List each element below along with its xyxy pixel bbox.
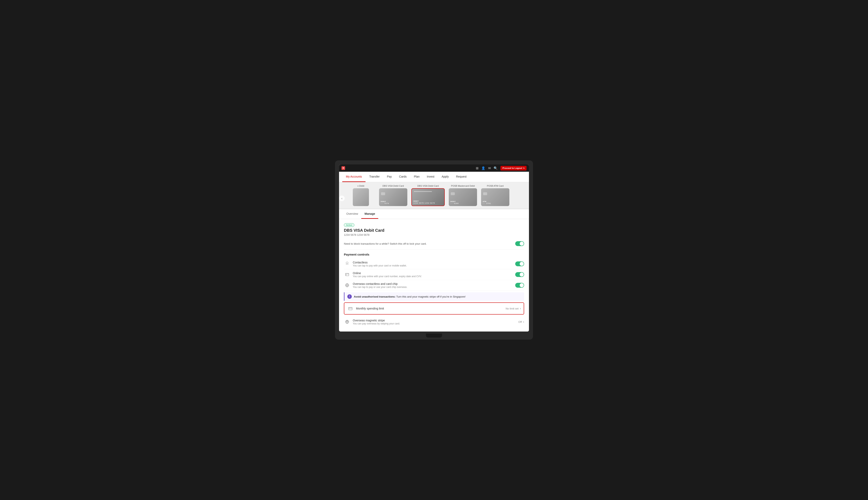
card-label-7074: DBS VISA Debit Card	[382, 185, 405, 187]
nav-item-request[interactable]: Request	[453, 172, 470, 182]
card-detail-title: DBS VISA Debit Card	[344, 228, 524, 233]
status-badge: Active	[344, 223, 354, 227]
card-number-9280: ···· 9280	[450, 202, 476, 204]
online-toggle[interactable]	[515, 272, 524, 277]
limit-name: Monthly spending limit	[356, 307, 384, 310]
overseas-stripe-left: Overseas magnetic stripe You can pay ove…	[344, 319, 400, 325]
limit-icon	[347, 305, 354, 312]
contactless-info: Contactless You can tap to pay with your…	[353, 261, 407, 267]
tab-overview[interactable]: Overview	[343, 209, 361, 219]
contactless-left: Contactless You can tap to pay with your…	[344, 261, 407, 267]
overseas-contactless-icon	[344, 282, 350, 288]
card-visual-7074[interactable]: DEBIT ···· 7074	[379, 188, 407, 206]
laptop-screen: ✕ ⊞ 👤 ✉ 🔍 Proceed to Logout ↪ My Account…	[339, 164, 529, 331]
card-number-3781: ···· 3781	[483, 202, 508, 204]
main-content: Active DBS VISA Debit Card 1234 5678 123…	[339, 219, 529, 331]
card-type-9280: DEBIT	[450, 201, 476, 202]
overseas-contactless-desc: You can tap to pay or use your card chip…	[353, 286, 407, 288]
laptop-frame: ✕ ⊞ 👤 ✉ 🔍 Proceed to Logout ↪ My Account…	[335, 160, 533, 340]
online-name: Online	[353, 272, 422, 275]
network-icon[interactable]: ⊞	[476, 166, 478, 170]
lock-row: Need to block transactions for a while? …	[344, 240, 524, 250]
online-icon	[344, 271, 350, 278]
card-chip-3781	[483, 192, 487, 195]
card-label-3781: POSB ATM Card	[486, 185, 504, 187]
limit-chevron-icon: ›	[520, 307, 521, 310]
online-info: Online You can pay online with your card…	[353, 272, 422, 278]
overseas-contactless-left: Overseas contactless and card chip You c…	[344, 282, 407, 288]
overseas-stripe-desc: You can pay overseas by swiping your car…	[353, 322, 400, 325]
overseas-stripe-icon	[344, 319, 350, 325]
nav-item-plan[interactable]: Plan	[410, 172, 423, 182]
carousel-prev-button[interactable]: ‹	[339, 195, 345, 201]
lock-toggle[interactable]	[515, 241, 524, 246]
overseas-stripe-chevron-icon: ›	[523, 320, 524, 323]
nav-bar: My Accounts Transfer Pay Cards Plan Inve…	[339, 172, 529, 182]
nav-item-apply[interactable]: Apply	[438, 172, 453, 182]
close-button[interactable]: ✕	[341, 166, 345, 170]
payment-controls-title: Payment controls	[344, 253, 524, 256]
overseas-contactless-toggle[interactable]	[515, 283, 524, 288]
svg-rect-1	[345, 273, 349, 276]
card-label-active: DBS VISA Debit Card	[416, 185, 439, 187]
contactless-desc: You can tap to pay with your card or mob…	[353, 264, 407, 267]
card-type-7074: DEBIT	[381, 201, 406, 202]
contactless-toggle[interactable]	[515, 261, 524, 266]
user-icon[interactable]: 👤	[481, 166, 485, 170]
close-icon: ✕	[342, 167, 344, 170]
laptop-notch	[426, 333, 442, 338]
online-row: Online You can pay online with your card…	[344, 269, 524, 280]
card-visual-9280[interactable]: DEBIT ···· 9280	[449, 188, 477, 206]
warning-text: Avoid unauthorised transactions: Turn th…	[354, 295, 466, 298]
card-chip-7074	[381, 192, 385, 195]
contactless-icon	[344, 261, 350, 267]
contactless-name: Contactless	[353, 261, 407, 264]
card-visual-3781[interactable]: ATM ···· 3781	[481, 188, 509, 206]
card-label-9280: POSB Mastercard Debit	[450, 185, 476, 187]
proceed-logout-button[interactable]: Proceed to Logout ↪	[501, 166, 527, 171]
nav-item-my-accounts[interactable]: My Accounts	[342, 172, 366, 182]
card-chip-9280	[451, 192, 455, 195]
nav-item-cards[interactable]: Cards	[396, 172, 410, 182]
warning-banner: ! Avoid unauthorised transactions: Turn …	[344, 292, 524, 301]
card-visual-active[interactable]: DEBIT 1234 5678 1234 5678	[411, 188, 445, 206]
card-col-partial: v Debit	[345, 185, 377, 206]
card-number-7074: ···· 7074	[381, 202, 406, 204]
svg-point-2	[346, 275, 346, 275]
top-bar-icons: ⊞ 👤 ✉ 🔍 Proceed to Logout ↪	[476, 166, 527, 171]
card-number-active: 1234 5678 1234 5678	[413, 202, 443, 204]
monthly-spending-limit-row[interactable]: Monthly spending limit No limit set ›	[344, 303, 524, 315]
card-label-partial: v Debit	[357, 185, 365, 187]
card-visual-partial[interactable]	[353, 188, 369, 206]
card-col-3781: POSB ATM Card ATM ···· 3781	[479, 185, 511, 206]
lock-text: Need to block transactions for a while? …	[344, 242, 426, 245]
online-desc: You can pay online with your card number…	[353, 275, 422, 278]
overseas-contactless-row: Overseas contactless and card chip You c…	[344, 280, 524, 291]
overseas-stripe-value: Off	[518, 320, 522, 323]
nav-item-pay[interactable]: Pay	[383, 172, 396, 182]
tabs-bar: Overview Manage	[339, 209, 529, 219]
tab-manage[interactable]: Manage	[361, 209, 378, 219]
nav-item-invest[interactable]: Invest	[423, 172, 438, 182]
card-col-9280: POSB Mastercard Debit DEBIT ···· 9280	[447, 185, 479, 206]
search-icon[interactable]: 🔍	[494, 166, 498, 170]
card-carousel: ‹ v Debit DBS VISA Debit Card DEBIT ····…	[339, 182, 529, 208]
overseas-stripe-row: Overseas magnetic stripe You can pay ove…	[344, 316, 524, 328]
online-left: Online You can pay online with your card…	[344, 271, 422, 278]
overseas-contactless-name: Overseas contactless and card chip	[353, 282, 407, 285]
svg-point-0	[347, 263, 347, 264]
limit-value: No limit set	[505, 307, 518, 310]
mail-icon[interactable]: ✉	[488, 166, 491, 170]
overseas-stripe-right[interactable]: Off ›	[518, 320, 524, 323]
overseas-contactless-info: Overseas contactless and card chip You c…	[353, 282, 407, 288]
nav-item-transfer[interactable]: Transfer	[366, 172, 383, 182]
overseas-stripe-name: Overseas magnetic stripe	[353, 319, 400, 322]
contactless-row: Contactless You can tap to pay with your…	[344, 259, 524, 269]
card-detail-header: Active DBS VISA Debit Card 1234 5678 123…	[344, 223, 524, 236]
warning-text-rest: Turn this and your magnetic stripe off i…	[396, 295, 466, 298]
card-type-active: DEBIT	[413, 200, 443, 202]
card-type-3781: ATM	[483, 201, 508, 202]
card-col-active: DBS VISA Debit Card DEBIT 1234 5678 1234…	[409, 185, 447, 206]
proceed-logout-label: Proceed to Logout ↪	[502, 167, 525, 170]
top-bar: ✕ ⊞ 👤 ✉ 🔍 Proceed to Logout ↪	[339, 164, 529, 172]
